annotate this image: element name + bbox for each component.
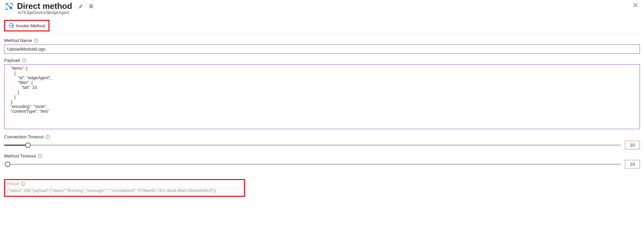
- connection-timeout-label: Connection Timeout: [4, 134, 44, 139]
- method-timeout-label: Method Timeout: [4, 153, 36, 159]
- invoke-icon: [9, 23, 14, 28]
- info-icon[interactable]: i: [38, 154, 42, 158]
- info-icon[interactable]: i: [34, 39, 38, 43]
- invoke-method-label: Invoke Method: [16, 23, 45, 28]
- breadcrumb: IoTEdgeDevice/$edgeAgent: [18, 10, 94, 15]
- payload-input[interactable]: [4, 64, 640, 129]
- result-output: {"status":200,"payload":{"status":"Runni…: [5, 186, 244, 196]
- close-icon[interactable]: [632, 2, 639, 8]
- info-icon[interactable]: i: [22, 58, 26, 63]
- method-timeout-value[interactable]: 10: [625, 160, 640, 168]
- page-title: Direct method: [17, 1, 72, 11]
- payload-label: Payload: [4, 58, 20, 63]
- info-icon[interactable]: i: [46, 135, 50, 139]
- print-icon[interactable]: [88, 3, 94, 9]
- info-icon[interactable]: i: [21, 182, 25, 186]
- invoke-method-button[interactable]: Invoke Method: [6, 22, 47, 30]
- pin-icon[interactable]: [77, 3, 83, 9]
- direct-method-icon: [4, 1, 14, 12]
- connection-timeout-value[interactable]: 10: [625, 141, 640, 149]
- method-name-input[interactable]: [4, 44, 640, 54]
- connection-timeout-slider[interactable]: [5, 145, 621, 146]
- result-label: Result: [7, 181, 19, 186]
- method-timeout-slider[interactable]: [5, 164, 621, 165]
- method-name-label: Method Name: [4, 38, 32, 43]
- svg-line-1: [7, 4, 10, 7]
- svg-rect-3: [90, 4, 92, 5]
